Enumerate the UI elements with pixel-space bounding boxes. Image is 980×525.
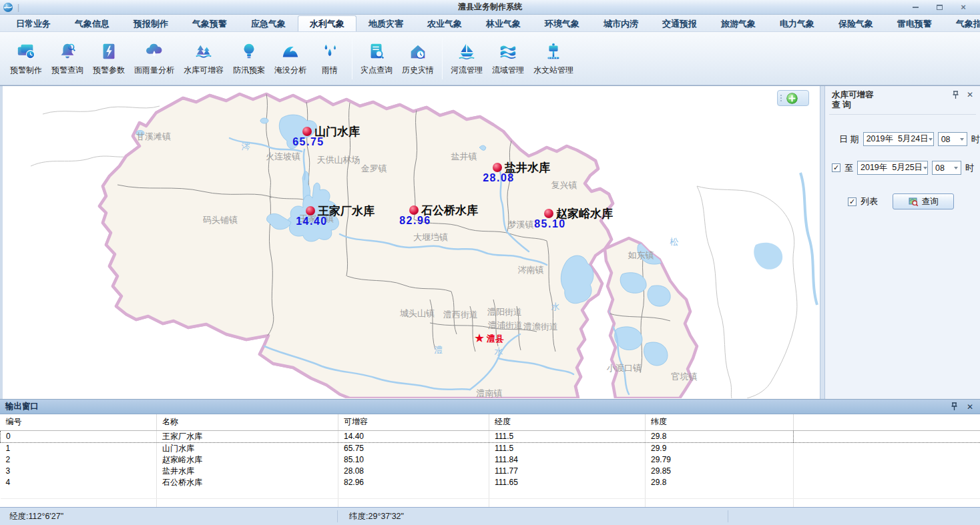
reservoir-dot-icon[interactable] (544, 209, 553, 218)
town-label: 火连坡镇 (266, 151, 300, 161)
table-row[interactable]: 2赵家峪水库85.10111.8429.79 (1, 454, 980, 466)
query-button[interactable]: 查询 (893, 193, 954, 209)
hour-unit-label: 时 (965, 162, 974, 174)
toolbar-label: 雨情 (322, 65, 338, 76)
toolbar-label: 预警制作 (10, 65, 42, 76)
table-cell: 盐井水库 (157, 466, 338, 477)
column-header[interactable]: 编号 (1, 414, 157, 430)
menu-tab-bar: 日常业务气象信息预报制作气象预警应急气象水利气象地质灾害农业气象林业气象环境气象… (0, 15, 980, 32)
menu-tab-2[interactable]: 气象信息 (63, 15, 121, 31)
table-cell-blank (794, 442, 980, 454)
table-row[interactable]: 3盐井水库28.08111.7729.85 (1, 466, 980, 477)
column-header[interactable]: 经度 (489, 414, 646, 430)
panel-title: 水库可增容 查 询 (832, 90, 874, 110)
town-label: 小渡口镇 (606, 363, 642, 373)
date-to-select[interactable]: 2019年 5月25日 (857, 161, 928, 175)
table-cell-empty (489, 488, 646, 499)
toolbar-doc-search-button[interactable]: 灾点查询 (356, 38, 397, 79)
river-name-label: 水 (495, 346, 503, 356)
column-header[interactable]: 可增容 (338, 414, 489, 430)
toolbar-house-clock-button[interactable]: 历史灾情 (397, 38, 439, 79)
divider (829, 114, 976, 115)
toolbar-bell-search-button[interactable]: 预警查询 (47, 38, 88, 79)
pin-icon[interactable] (951, 90, 960, 99)
date-from-select[interactable]: 2019年 5月24日 (863, 132, 934, 146)
menu-tab-9[interactable]: 林业气象 (474, 15, 533, 31)
reservoir-value-label: 28.08 (483, 172, 515, 183)
close-button[interactable]: × (956, 2, 971, 13)
town-label: 梦溪镇 (508, 219, 534, 229)
toolbar-sailboat-button[interactable]: 河流管理 (446, 38, 487, 79)
river-name-label: 涔 (242, 141, 250, 151)
menu-tab-4[interactable]: 气象预警 (180, 15, 239, 31)
menu-tab-8[interactable]: 农业气象 (415, 15, 474, 31)
reservoir-dot-icon[interactable] (302, 127, 312, 136)
hour-to-select[interactable]: 08 (932, 161, 961, 175)
table-row[interactable]: 4石公桥水库82.96111.6529.8 (1, 477, 980, 488)
menu-tab-7[interactable]: 地质灾害 (356, 15, 415, 31)
toolbar-label: 流域管理 (492, 65, 524, 76)
hour-from-select[interactable]: 08 (938, 132, 967, 146)
table-cell-blank (794, 477, 980, 488)
town-label: 金罗镇 (361, 163, 387, 173)
menu-tab-14[interactable]: 电力气象 (768, 15, 826, 31)
menu-tab-16[interactable]: 雷电预警 (885, 15, 944, 31)
toolbar-drops-button[interactable]: 雨情 (311, 38, 348, 79)
minimize-button[interactable] (908, 2, 923, 13)
result-table: 编号名称可增容经度纬度0王家厂水库14.40111.529.81山门水库65.7… (0, 414, 980, 510)
table-cell: 0 (1, 430, 157, 442)
vertical-splitter[interactable] (820, 86, 825, 399)
menu-tab-12[interactable]: 交通预报 (650, 15, 709, 31)
table-cell: 29.8 (646, 477, 794, 488)
reservoir-value-label: 82.96 (399, 215, 431, 226)
menu-tab-17[interactable]: 气象指数 (944, 15, 980, 31)
toolbar-station-button[interactable]: 水文站管理 (529, 38, 578, 79)
menu-tab-3[interactable]: 预报制作 (121, 15, 180, 31)
toolbar-reservoir-trees-button[interactable]: 水库可增容 (179, 38, 228, 79)
menu-tab-15[interactable]: 保险气象 (826, 15, 885, 31)
table-cell-empty (1, 488, 157, 499)
toolbar-wave-button[interactable]: 淹没分析 (270, 38, 311, 79)
county-map[interactable]: 涔松水水澧 甘溪滩镇火连坡镇天供山林场金罗镇盐井镇复兴镇码头铺镇王家厂镇大堰垱镇… (3, 86, 820, 398)
menu-tab-1[interactable]: 日常业务 (4, 15, 63, 31)
drag-grip-icon[interactable] (780, 95, 782, 101)
house-clock-icon (407, 41, 429, 62)
table-cell: 1 (1, 442, 157, 454)
town-label: 盐井镇 (451, 151, 477, 161)
table-cell: 85.10 (338, 454, 489, 466)
menu-tab-13[interactable]: 旅游气象 (709, 15, 768, 31)
reservoir-value-label: 14.40 (296, 215, 328, 227)
menu-tab-5[interactable]: 应急气象 (239, 15, 298, 31)
toolbar-doc-lightning-button[interactable]: 预警参数 (88, 38, 130, 79)
reservoir-dot-icon[interactable] (493, 163, 502, 172)
menu-tab-6[interactable]: 水利气象 (298, 15, 356, 31)
map-panel[interactable]: 涔松水水澧 甘溪滩镇火连坡镇天供山林场金罗镇盐井镇复兴镇码头铺镇王家厂镇大堰垱镇… (3, 86, 820, 399)
column-header[interactable]: 纬度 (646, 414, 794, 430)
table-row[interactable]: 1山门水库65.75111.529.9 (1, 442, 980, 454)
reservoir-dot-icon[interactable] (306, 206, 315, 215)
maximize-button[interactable] (932, 2, 947, 13)
toolbar-waves-button[interactable]: 流域管理 (487, 38, 529, 79)
list-checkbox[interactable]: ✓ (848, 197, 856, 206)
to-date-checkbox[interactable]: ✓ (832, 163, 840, 172)
menu-tab-10[interactable]: 环境气象 (533, 15, 591, 31)
table-row[interactable]: 0王家厂水库14.40111.529.8 (1, 430, 980, 442)
toolbar-label: 历史灾情 (402, 65, 434, 76)
zoom-in-button[interactable] (786, 93, 798, 104)
close-panel-icon[interactable]: ✕ (965, 90, 975, 99)
toolbar-bulb-button[interactable]: 防汛预案 (228, 38, 270, 79)
status-longitude: 经度:112°6'27" (9, 511, 63, 522)
ribbon-toolbar: 预警制作预警查询预警参数面雨量分析水库可增容防汛预案淹没分析雨情灾点查询历史灾情… (0, 32, 980, 85)
toolbar-cloud-drop-button[interactable]: 面雨量分析 (130, 38, 179, 79)
query-map-icon (909, 197, 919, 207)
pin-icon[interactable] (949, 402, 959, 412)
close-panel-icon[interactable]: ✕ (965, 402, 975, 412)
toolbar-alert-docs-button[interactable]: 预警制作 (5, 38, 47, 79)
map-floating-toolbar (777, 90, 809, 106)
reservoir-dot-icon[interactable] (409, 205, 419, 215)
menu-tab-11[interactable]: 城市内涝 (591, 15, 650, 31)
column-header[interactable]: 名称 (157, 414, 338, 430)
doc-lightning-icon (98, 41, 119, 62)
wave-icon (280, 41, 301, 62)
empty-row (1, 488, 980, 499)
